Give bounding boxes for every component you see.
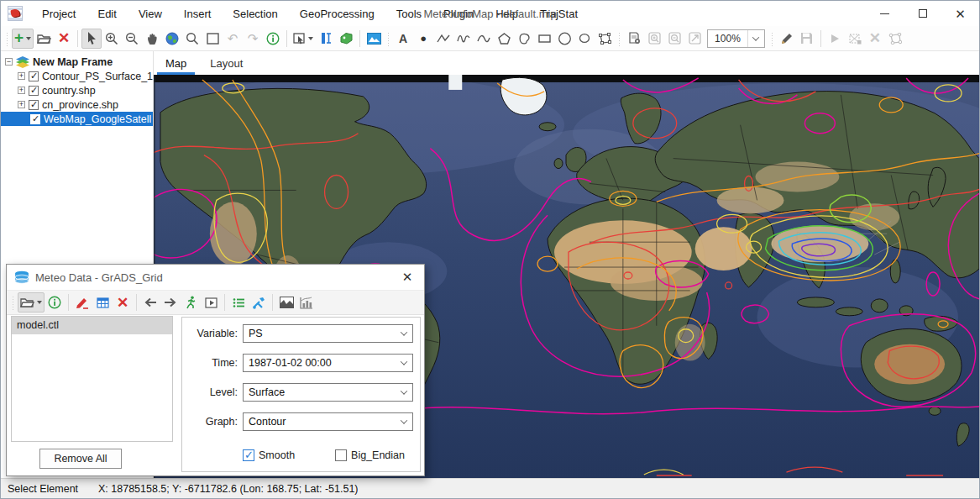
play-animation-button[interactable] bbox=[825, 29, 845, 49]
fit-to-window-button[interactable] bbox=[684, 29, 705, 49]
data-info-button[interactable] bbox=[45, 292, 65, 313]
layer-visibility-checkbox[interactable] bbox=[30, 114, 40, 124]
previous-time-button[interactable] bbox=[140, 292, 160, 313]
add-vertex-button[interactable] bbox=[845, 29, 865, 49]
file-item[interactable]: model.ctl bbox=[12, 317, 172, 334]
combo-dropdown[interactable] bbox=[396, 355, 412, 371]
toolbar-gripper bbox=[11, 295, 15, 310]
time-select[interactable]: 1987-01-02 00:00 bbox=[243, 354, 413, 372]
combo-dropdown[interactable] bbox=[396, 413, 412, 430]
animation-settings-button[interactable] bbox=[201, 292, 221, 313]
options-row: Smooth Big_Endian bbox=[186, 449, 413, 461]
graph-select[interactable]: Contour bbox=[243, 412, 413, 431]
toolbar-separator bbox=[359, 30, 360, 47]
menu-help[interactable]: Help bbox=[485, 1, 529, 26]
full-extent-button[interactable] bbox=[162, 29, 182, 49]
remove-all-button[interactable]: Remove All bbox=[39, 449, 122, 469]
select-tool-button[interactable] bbox=[81, 29, 102, 49]
open-project-button[interactable] bbox=[34, 29, 54, 49]
freehand-line-tool-button[interactable] bbox=[453, 29, 474, 49]
expand-icon[interactable]: + bbox=[18, 72, 25, 80]
select-feature-button[interactable] bbox=[291, 29, 316, 49]
zoom-in-tool-button[interactable] bbox=[102, 29, 122, 49]
layer-node-country[interactable]: + country.shp bbox=[1, 83, 153, 97]
curve-tool-button[interactable] bbox=[474, 29, 494, 49]
layer-visibility-checkbox[interactable] bbox=[29, 71, 39, 81]
edit-vertices-tool-button[interactable] bbox=[595, 29, 615, 49]
variable-select[interactable]: PS bbox=[243, 324, 413, 343]
zoom-previous-button[interactable]: ↶ bbox=[223, 29, 243, 49]
page-zoom-in-button[interactable] bbox=[644, 29, 664, 49]
insert-image-button[interactable] bbox=[364, 29, 384, 49]
remove-data-button[interactable]: ✕ bbox=[113, 292, 133, 313]
zoom-to-layer-button[interactable] bbox=[182, 29, 202, 49]
add-layer-button[interactable]: + bbox=[12, 29, 34, 49]
level-select[interactable]: Surface bbox=[243, 383, 413, 402]
polygon-tool-button[interactable] bbox=[494, 29, 514, 49]
remove-layer-button[interactable]: ✕ bbox=[54, 29, 74, 49]
menu-plugin[interactable]: Plugin bbox=[432, 1, 485, 26]
next-time-button[interactable] bbox=[160, 292, 181, 313]
layer-visibility-checkbox[interactable] bbox=[29, 86, 39, 96]
rectangle-tool-button[interactable] bbox=[534, 29, 554, 49]
pan-tool-button[interactable] bbox=[142, 29, 162, 49]
identify-button[interactable] bbox=[263, 29, 283, 49]
zoom-out-tool-button[interactable] bbox=[122, 29, 142, 49]
combo-dropdown[interactable] bbox=[396, 384, 412, 401]
tools-button[interactable] bbox=[249, 292, 269, 313]
point-tool-button[interactable]: ● bbox=[413, 29, 433, 49]
map-frame-node[interactable]: − New Map Frame bbox=[1, 55, 153, 69]
create-chart-button[interactable] bbox=[296, 292, 317, 313]
ellipse-tool-button[interactable] bbox=[554, 29, 574, 49]
delete-graphic-button[interactable]: ✕ bbox=[865, 29, 885, 49]
menu-project[interactable]: Project bbox=[31, 1, 86, 26]
page-zoom-out-button[interactable] bbox=[664, 29, 684, 49]
draw-data-button[interactable] bbox=[72, 292, 92, 313]
freehand-polygon-tool-button[interactable] bbox=[514, 29, 534, 49]
page-setup-button[interactable] bbox=[624, 29, 644, 49]
view-data-table-button[interactable] bbox=[92, 292, 113, 313]
menu-edit[interactable]: Edit bbox=[86, 1, 127, 26]
menu-view[interactable]: View bbox=[128, 1, 173, 26]
menu-insert[interactable]: Insert bbox=[173, 1, 223, 26]
menu-trajstat[interactable]: TrajStat bbox=[529, 1, 589, 26]
animate-button[interactable] bbox=[181, 292, 201, 313]
reshape-button[interactable] bbox=[885, 29, 905, 49]
layer-node-webmap[interactable]: WebMap_GoogleSatell bbox=[1, 112, 153, 126]
maximize-button[interactable] bbox=[904, 1, 941, 26]
minimize-button[interactable] bbox=[866, 1, 904, 26]
settings-list-button[interactable] bbox=[228, 292, 249, 313]
layer-visibility-checkbox[interactable] bbox=[29, 100, 39, 110]
zoom-to-extent-button[interactable] bbox=[202, 29, 223, 49]
menu-geoprocessing[interactable]: GeoProcessing bbox=[289, 1, 385, 26]
circle-tool-button[interactable] bbox=[574, 29, 595, 49]
dialog-close-button[interactable]: ✕ bbox=[390, 265, 424, 290]
combo-dropdown[interactable] bbox=[396, 325, 412, 342]
create-map-layer-button[interactable] bbox=[276, 292, 296, 313]
open-data-button[interactable] bbox=[18, 292, 45, 313]
big-endian-checkbox[interactable] bbox=[335, 449, 347, 461]
close-button[interactable]: ✕ bbox=[941, 1, 979, 26]
menu-selection[interactable]: Selection bbox=[222, 1, 288, 26]
measurement-button[interactable] bbox=[316, 29, 336, 49]
menu-tools[interactable]: Tools bbox=[385, 1, 432, 26]
tab-map[interactable]: Map bbox=[154, 54, 198, 75]
opened-files-list[interactable]: model.ctl bbox=[11, 316, 173, 442]
save-edit-button[interactable] bbox=[797, 29, 817, 49]
zoom-level-combo[interactable]: 100% bbox=[707, 29, 765, 48]
zoom-next-button[interactable]: ↷ bbox=[243, 29, 263, 49]
label-button[interactable] bbox=[336, 29, 356, 49]
start-edit-button[interactable] bbox=[777, 29, 797, 49]
toolbar-gripper bbox=[386, 31, 390, 46]
polyline-tool-button[interactable] bbox=[433, 29, 453, 49]
dialog-titlebar[interactable]: Meteo Data - GrADS_Grid ✕ bbox=[7, 265, 424, 291]
tab-layout[interactable]: Layout bbox=[198, 54, 254, 75]
expand-icon[interactable]: + bbox=[18, 87, 25, 94]
layer-node-province[interactable]: + cn_province.shp bbox=[1, 97, 153, 112]
layer-node-contour[interactable]: + Contour_PS_Surface_19 bbox=[1, 69, 153, 83]
smooth-checkbox[interactable] bbox=[243, 449, 254, 461]
text-tool-button[interactable]: A bbox=[393, 29, 413, 49]
zoom-combo-dropdown[interactable] bbox=[747, 30, 764, 47]
collapse-icon[interactable]: − bbox=[5, 58, 13, 66]
expand-icon[interactable]: + bbox=[18, 101, 25, 108]
